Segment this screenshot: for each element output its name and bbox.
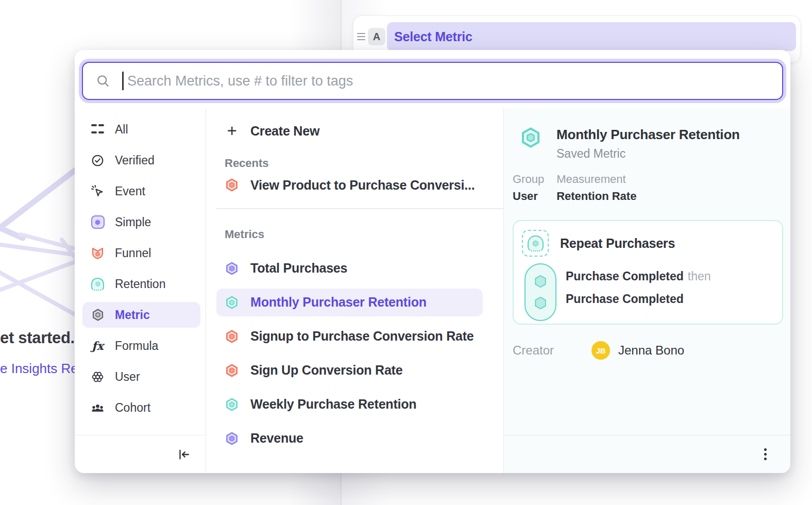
metric-item-signup-to-purchase-conversion-rate[interactable]: Signup to Purchase Conversion Rate xyxy=(216,323,483,350)
sidebar-item-cohort[interactable]: Cohort xyxy=(75,395,206,420)
sidebar-item-retention[interactable]: Retention xyxy=(75,271,206,297)
sidebar-item-event[interactable]: Event xyxy=(75,178,206,204)
funnel-icon xyxy=(91,246,105,260)
sidebar-item-formula[interactable]: ƒx Formula xyxy=(75,333,206,359)
detail-meta: Group User Measurement Retention Rate xyxy=(513,173,790,203)
avatar: JB xyxy=(591,341,610,360)
creator-name: Jenna Bono xyxy=(618,343,684,358)
retention-metric-icon xyxy=(519,126,542,149)
metric-list: Total Purchases Monthly Purchaser Retent… xyxy=(206,255,503,452)
metric-item-total-purchases[interactable]: Total Purchases xyxy=(216,255,483,282)
group-label: Group xyxy=(513,173,544,186)
sidebar-item-label: Funnel xyxy=(115,246,151,260)
create-new-label: Create New xyxy=(250,124,319,139)
more-options-icon[interactable] xyxy=(761,445,770,463)
metric-picker-modal: All Verified xyxy=(75,50,790,473)
search-section xyxy=(75,50,790,109)
type-filter-sidebar: All Verified xyxy=(75,109,206,473)
funnel-metric-icon xyxy=(225,178,239,192)
metric-item-label: Sign Up Conversion Rate xyxy=(250,363,402,378)
user-flower-icon xyxy=(91,370,105,384)
metric-item-sign-up-conversion-rate[interactable]: Sign Up Conversion Rate xyxy=(216,357,483,384)
funnel-metric-icon xyxy=(225,329,239,344)
collapse-left-icon[interactable] xyxy=(177,447,191,462)
metric-item-label: Total Purchases xyxy=(250,261,347,276)
cursor-click-icon xyxy=(91,184,105,198)
background-link[interactable]: e Insights Re xyxy=(0,361,78,377)
create-new-button[interactable]: + Create New xyxy=(206,116,503,145)
recents-heading: Recents xyxy=(206,156,503,171)
detail-header: Monthly Purchaser Retention Saved Metric xyxy=(519,126,790,161)
retention-metric-icon xyxy=(225,295,239,310)
metric-item-revenue[interactable]: Revenue xyxy=(216,425,483,452)
sidebar-item-label: Formula xyxy=(115,339,158,353)
sidebar-item-label: Retention xyxy=(115,277,165,291)
step-sequence-icon xyxy=(525,263,556,321)
metric-detail-panel: Monthly Purchaser Retention Saved Metric… xyxy=(504,109,790,473)
list-divider xyxy=(216,208,503,209)
sidebar-item-user[interactable]: User xyxy=(75,364,206,390)
cohort-people-icon xyxy=(91,401,105,415)
sidebar-item-simple[interactable]: Simple xyxy=(75,209,206,235)
sidebar-item-all[interactable]: All xyxy=(75,116,206,142)
detail-title: Monthly Purchaser Retention xyxy=(556,126,740,143)
definition-step-1: Purchase Completedthen xyxy=(566,270,711,283)
sidebar-item-label: Metric xyxy=(115,308,150,322)
definition-title: Repeat Purchasers xyxy=(560,236,675,251)
picker-columns: All Verified xyxy=(75,109,790,473)
metric-hexagon-icon xyxy=(91,308,105,322)
drag-handle-icon[interactable] xyxy=(357,33,365,40)
retention-metric-icon xyxy=(225,397,239,412)
measurement-label: Measurement xyxy=(556,173,636,186)
plus-icon: + xyxy=(225,124,239,138)
definition-step-2: Purchase Completed xyxy=(566,292,711,306)
metric-item-label: Monthly Purchaser Retention xyxy=(250,295,427,310)
saved-cohort-icon xyxy=(522,230,549,257)
detail-subtitle: Saved Metric xyxy=(556,147,740,161)
metric-item-weekly-purchase-retention[interactable]: Weekly Purchase Retention xyxy=(216,391,483,418)
group-value: User xyxy=(513,190,544,203)
recent-metric-label: View Product to Purchase Conversi... xyxy=(250,178,475,193)
definition-card: Repeat Purchasers Purchase Completedthen… xyxy=(513,220,783,325)
simple-metric-icon xyxy=(225,261,239,276)
measurement-value: Retention Rate xyxy=(556,190,636,203)
metrics-heading: Metrics xyxy=(206,227,503,242)
metric-item-label: Revenue xyxy=(250,431,303,446)
row-label-badge[interactable]: A xyxy=(368,28,385,45)
step-connector: then xyxy=(688,270,711,283)
search-icon xyxy=(96,74,110,88)
sidebar-item-label: User xyxy=(115,370,140,384)
metric-item-monthly-purchaser-retention[interactable]: Monthly Purchaser Retention xyxy=(216,289,483,316)
background-heading: et started. xyxy=(0,329,75,347)
select-metric-banner[interactable]: Select Metric xyxy=(387,22,796,51)
search-input[interactable] xyxy=(82,62,783,100)
recent-metric-item[interactable]: View Product to Purchase Conversi... xyxy=(216,171,483,199)
funnel-metric-icon xyxy=(225,363,239,378)
metric-list-panel: + Create New Recents View Product to Pur… xyxy=(206,109,504,473)
detail-footer xyxy=(504,435,790,473)
sidebar-item-label: Verified xyxy=(115,154,155,167)
sidebar-item-label: Event xyxy=(115,184,145,198)
text-caret xyxy=(122,72,124,90)
simple-metric-icon xyxy=(91,215,105,229)
sidebar-item-label: All xyxy=(115,123,128,137)
retention-icon xyxy=(91,277,105,291)
creator-row: Creator JB Jenna Bono xyxy=(513,341,790,360)
screen: et started. e Insights Re A Select Metri… xyxy=(0,0,812,505)
sidebar-item-label: Simple xyxy=(115,215,151,229)
meta-group: Group User xyxy=(513,173,544,203)
meta-measurement: Measurement Retention Rate xyxy=(556,173,636,203)
metric-item-label: Signup to Purchase Conversion Rate xyxy=(250,329,474,344)
sidebar-item-metric[interactable]: Metric xyxy=(82,302,200,328)
creator-label: Creator xyxy=(513,343,591,358)
sidebar-item-funnel[interactable]: Funnel xyxy=(75,240,206,266)
sidebar-item-verified[interactable]: Verified xyxy=(75,147,206,173)
simple-metric-icon xyxy=(225,431,239,446)
sidebar-item-label: Cohort xyxy=(115,401,150,415)
metric-item-label: Weekly Purchase Retention xyxy=(250,397,416,412)
sidebar-footer xyxy=(75,435,206,473)
grid-icon xyxy=(91,123,105,137)
formula-icon: ƒx xyxy=(91,339,105,353)
verified-badge-icon xyxy=(91,154,105,167)
